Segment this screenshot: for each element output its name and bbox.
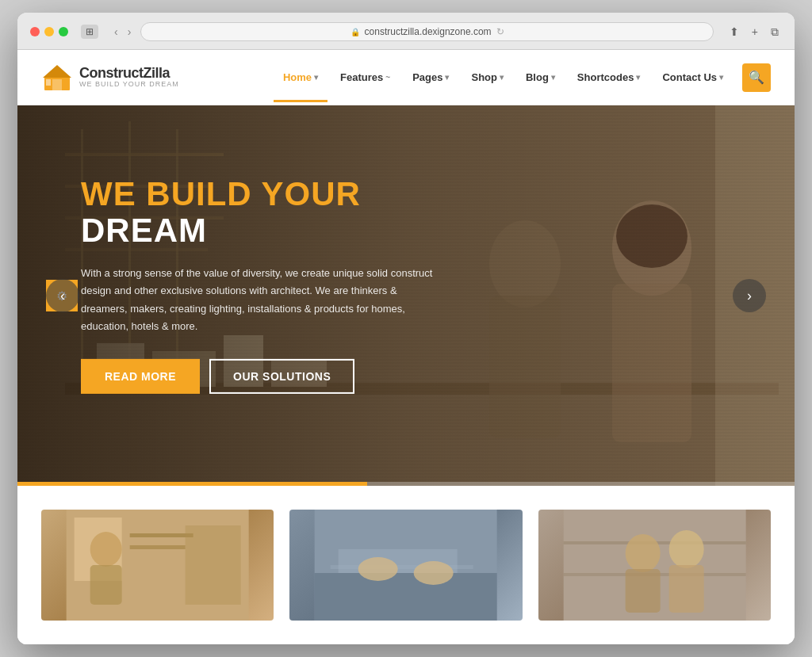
website-content: ConstructZilla WE BUILD YOUR DREAM Home … <box>17 50 795 644</box>
card-2-image <box>289 510 522 621</box>
chevron-left-icon: ‹ <box>60 288 65 304</box>
share-button[interactable]: ⬆ <box>726 24 742 40</box>
chevron-down-icon: ▾ <box>636 73 640 82</box>
minimize-dot[interactable] <box>44 27 54 36</box>
card-3-image <box>538 510 771 621</box>
hero-content: WE BUILD YOUR DREAM With a strong sense … <box>81 176 477 394</box>
chevron-down-icon: ▾ <box>445 73 449 82</box>
svg-rect-31 <box>315 573 497 621</box>
search-button[interactable]: 🔍 <box>742 63 771 92</box>
card-2-inner <box>289 510 522 621</box>
svg-point-41 <box>668 530 703 568</box>
our-solutions-button[interactable]: Our Solutions <box>209 359 354 394</box>
nav-item-shop[interactable]: Shop ▾ <box>462 65 513 90</box>
browser-chrome: ⊞ ‹ › 🔒 constructzilla.dexignzone.com ↻ … <box>17 13 795 50</box>
svg-rect-42 <box>668 565 703 613</box>
card-1-inner <box>41 510 274 621</box>
view-toggle-button[interactable]: ⊞ <box>81 25 98 39</box>
lock-icon: 🔒 <box>350 28 360 36</box>
hero-title-colored: WE BUILD YOUR <box>81 175 361 212</box>
new-tab-button[interactable]: + <box>749 24 761 40</box>
hero-bar-active <box>17 482 367 486</box>
search-icon: 🔍 <box>749 70 764 85</box>
card-1[interactable] <box>41 510 274 621</box>
chevron-down-icon: ▾ <box>500 73 504 82</box>
hero-next-button[interactable]: › <box>733 279 766 312</box>
url-text: constructzilla.dexignzone.com <box>365 26 492 37</box>
chevron-right-icon: › <box>747 288 752 304</box>
refresh-icon[interactable]: ↻ <box>496 26 504 37</box>
svg-marker-1 <box>43 65 71 78</box>
svg-point-28 <box>90 532 122 567</box>
hero-bar-inactive <box>367 482 795 486</box>
maximize-dot[interactable] <box>59 27 68 36</box>
hero-prev-button[interactable]: ‹ <box>46 279 79 312</box>
address-bar[interactable]: 🔒 constructzilla.dexignzone.com ↻ <box>140 22 713 41</box>
svg-rect-2 <box>52 79 62 90</box>
hero-title-white: DREAM <box>81 212 207 249</box>
nav-item-home[interactable]: Home ▾ <box>274 65 327 90</box>
svg-rect-3 <box>46 79 51 86</box>
svg-rect-26 <box>130 545 186 549</box>
logo-icon <box>41 62 73 94</box>
logo-text: ConstructZilla WE BUILD YOUR DREAM <box>79 66 179 90</box>
browser-window: ⊞ ‹ › 🔒 constructzilla.dexignzone.com ↻ … <box>17 13 795 644</box>
back-button[interactable]: ‹ <box>111 24 121 40</box>
chevron-down-icon: ▾ <box>719 73 723 82</box>
svg-rect-27 <box>186 525 241 605</box>
card-1-image <box>41 510 274 621</box>
nav-item-shortcodes[interactable]: Shortcodes ▾ <box>568 65 650 90</box>
chevron-down-icon: ▾ <box>551 73 555 82</box>
logo-name: ConstructZilla <box>79 66 179 82</box>
hero-description: With a strong sense of the value of dive… <box>81 265 446 334</box>
card-3[interactable] <box>538 510 771 621</box>
svg-rect-29 <box>90 565 122 605</box>
card-2[interactable] <box>289 510 522 621</box>
svg-point-34 <box>358 557 398 581</box>
chevron-down-icon: ~ <box>385 73 390 82</box>
forward-button[interactable]: › <box>124 24 135 40</box>
nav-item-contact[interactable]: Contact Us ▾ <box>653 65 733 90</box>
tabs-button[interactable]: ⧉ <box>768 24 782 40</box>
svg-rect-40 <box>625 569 660 613</box>
svg-rect-25 <box>130 533 193 537</box>
nav-item-blog[interactable]: Blog ▾ <box>516 65 565 90</box>
hero-title: WE BUILD YOUR DREAM <box>81 176 477 249</box>
hero-progress-bar <box>17 482 795 486</box>
window-controls <box>30 27 68 36</box>
card-3-inner <box>538 510 771 621</box>
hero-buttons: Read More Our Solutions <box>81 359 477 394</box>
cards-section <box>17 486 795 644</box>
read-more-button[interactable]: Read More <box>81 359 200 394</box>
svg-point-35 <box>414 561 454 585</box>
hero-section: ⚙ WE BUILD YOUR DREAM With a strong sens… <box>17 105 795 486</box>
logo-tagline: WE BUILD YOUR DREAM <box>79 81 179 89</box>
nav-item-features[interactable]: Features ~ <box>331 65 400 90</box>
logo[interactable]: ConstructZilla WE BUILD YOUR DREAM <box>41 62 179 94</box>
close-dot[interactable] <box>30 27 40 36</box>
site-nav: Home ▾ Features ~ Pages ▾ Shop ▾ Blog <box>274 63 771 92</box>
nav-item-pages[interactable]: Pages ▾ <box>403 65 458 90</box>
svg-point-39 <box>625 534 660 572</box>
site-header: ConstructZilla WE BUILD YOUR DREAM Home … <box>17 50 795 105</box>
chevron-down-icon: ▾ <box>314 73 318 82</box>
